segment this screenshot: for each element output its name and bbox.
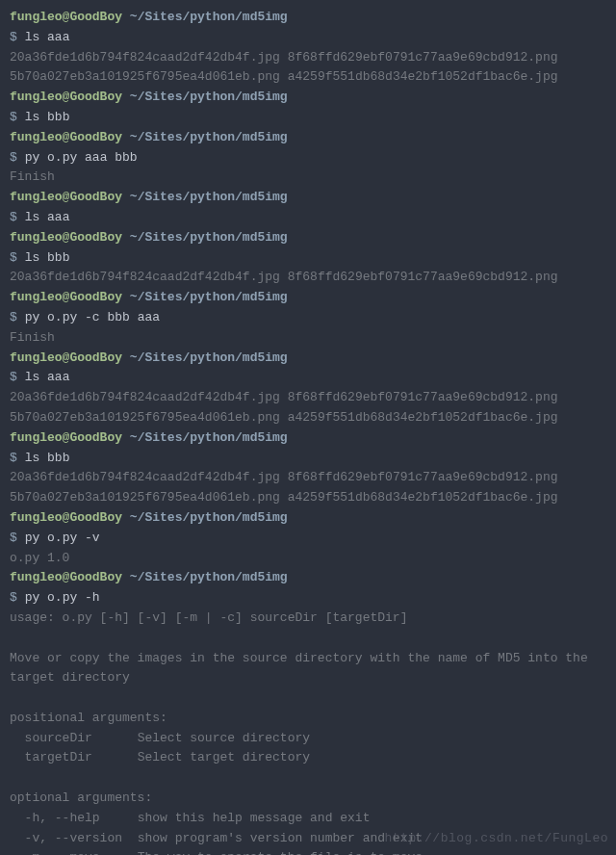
help-blank [10,688,606,709]
prompt-line: fungleo@GoodBoy ~/Sites/python/md5img [10,8,606,28]
cmd-ls-aaa: ls aaa [25,210,70,224]
cmd-ls-bbb: ls bbb [25,250,70,265]
command-line: $ py o.py -h [10,588,606,609]
output-line: 5b70a027eb3a101925f6795ea4d061eb.png a42… [10,488,606,508]
output-finish: Finish [10,328,606,349]
command-line: $ ls aaa [10,368,606,388]
output-line: 20a36fde1d6b794f824caad2df42db4f.jpg 8f6… [10,468,606,488]
command-line: $ ls bbb [10,248,606,269]
prompt-line: fungleo@GoodBoy ~/Sites/python/md5img [10,128,606,148]
prompt-line: fungleo@GoodBoy ~/Sites/python/md5img [10,288,606,308]
help-opt-m: -m, --move The way to operate the file i… [10,848,606,855]
cmd-ls-bbb: ls bbb [25,451,70,465]
command-line: $ ls bbb [10,108,606,128]
cmd-py-help: py o.py -h [25,590,100,605]
prompt-line: fungleo@GoodBoy ~/Sites/python/md5img [10,428,606,449]
output-version: o.py 1.0 [10,549,606,569]
prompt-line: fungleo@GoodBoy ~/Sites/python/md5img [10,349,606,369]
help-opt-h: -h, --help show this help message and ex… [10,809,606,829]
cmd-py-run: py o.py aaa bbb [25,150,138,165]
prompt-line: fungleo@GoodBoy ~/Sites/python/md5img [10,228,606,248]
help-opt-header: optional arguments: [10,789,606,809]
prompt-symbol: $ [10,30,17,44]
help-blank [10,768,606,789]
cmd-ls-bbb: ls bbb [25,110,70,124]
prompt-line: fungleo@GoodBoy ~/Sites/python/md5img [10,568,606,588]
prompt-line: fungleo@GoodBoy ~/Sites/python/md5img [10,88,606,108]
command-line: $ ls aaa [10,28,606,48]
command-line: $ ls bbb [10,449,606,469]
prompt-line: fungleo@GoodBoy ~/Sites/python/md5img [10,188,606,208]
cmd-ls-aaa: ls aaa [25,370,70,384]
watermark: http://blog.csdn.net/FungLeo [385,829,608,849]
prompt-line: fungleo@GoodBoy ~/Sites/python/md5img [10,508,606,529]
cmd-ls-aaa: ls aaa [25,30,70,44]
path: ~/Sites/python/md5img [130,10,288,24]
output-line: 5b70a027eb3a101925f6795ea4d061eb.png a42… [10,408,606,428]
help-desc: target directory [10,668,606,688]
terminal-output[interactable]: fungleo@GoodBoy ~/Sites/python/md5img $ … [10,8,606,855]
output-line: 20a36fde1d6b794f824caad2df42db4f.jpg 8f6… [10,268,606,288]
help-pos-target: targetDir Select target directory [10,748,606,768]
user: fungleo@GoodBoy [10,10,122,24]
help-pos-source: sourceDir Select source directory [10,729,606,749]
output-finish: Finish [10,168,606,188]
help-pos-header: positional arguments: [10,709,606,729]
command-line: $ py o.py -c bbb aaa [10,308,606,328]
command-line: $ py o.py aaa bbb [10,148,606,168]
command-line: $ ls aaa [10,208,606,228]
help-usage: usage: o.py [-h] [-v] [-m | -c] sourceDi… [10,609,606,629]
cmd-py-copy: py o.py -c bbb aaa [25,310,160,324]
output-line: 20a36fde1d6b794f824caad2df42db4f.jpg 8f6… [10,48,606,68]
output-line: 20a36fde1d6b794f824caad2df42db4f.jpg 8f6… [10,388,606,408]
command-line: $ py o.py -v [10,529,606,549]
help-desc: Move or copy the images in the source di… [10,649,606,669]
output-line: 5b70a027eb3a101925f6795ea4d061eb.png a42… [10,67,606,88]
help-blank [10,629,606,649]
cmd-py-version: py o.py -v [25,531,100,545]
